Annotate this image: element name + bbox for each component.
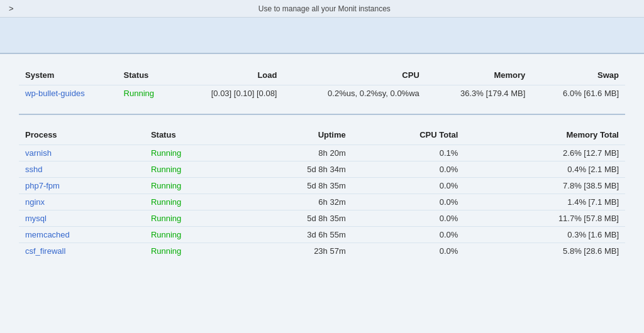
main-content: System Status Load CPU Memory Swap wp-bu… bbox=[0, 54, 644, 283]
process-uptime: 6h 32m bbox=[240, 194, 352, 210]
top-bar: > Use to manage all your Monit instances bbox=[0, 0, 644, 18]
col-cpu-total: CPU Total bbox=[352, 125, 465, 145]
process-table: Process Status Uptime CPU Total Memory T… bbox=[19, 125, 625, 259]
col-memory: Memory bbox=[426, 65, 531, 85]
process-uptime: 5d 8h 35m bbox=[240, 210, 352, 227]
center-message: Use to manage all your Monit instances bbox=[258, 4, 391, 13]
process-status: Running bbox=[145, 243, 240, 259]
system-link[interactable]: wp-bullet-guides bbox=[25, 89, 85, 98]
section-divider bbox=[19, 114, 625, 115]
process-memory: 0.3% [1.6 MB] bbox=[464, 227, 625, 243]
table-row: sshd Running 5d 8h 34m 0.0% 0.4% [2.1 MB… bbox=[19, 161, 625, 178]
process-table-header: Process Status Uptime CPU Total Memory T… bbox=[19, 125, 625, 145]
process-uptime: 23h 57m bbox=[240, 243, 352, 259]
process-name: sshd bbox=[19, 161, 145, 178]
process-memory: 2.6% [12.7 MB] bbox=[464, 145, 625, 161]
process-name: csf_firewall bbox=[19, 243, 145, 259]
process-link[interactable]: memcached bbox=[25, 230, 70, 239]
col-swap: Swap bbox=[531, 65, 625, 85]
process-link[interactable]: sshd bbox=[25, 165, 42, 174]
process-memory: 0.4% [2.1 MB] bbox=[464, 161, 625, 178]
system-cpu: 0.2%us, 0.2%sy, 0.0%wa bbox=[283, 85, 425, 102]
process-name: memcached bbox=[19, 227, 145, 243]
table-row: csf_firewall Running 23h 57m 0.0% 5.8% [… bbox=[19, 243, 625, 259]
col-cpu: CPU bbox=[283, 65, 425, 85]
process-uptime: 5d 8h 35m bbox=[240, 178, 352, 194]
process-memory: 1.4% [7.1 MB] bbox=[464, 194, 625, 210]
process-link[interactable]: php7-fpm bbox=[25, 181, 60, 190]
system-swap: 6.0% [61.6 MB] bbox=[531, 85, 625, 102]
process-cpu: 0.0% bbox=[352, 227, 465, 243]
col-proc-status: Status bbox=[145, 125, 240, 145]
process-name: varnish bbox=[19, 145, 145, 161]
breadcrumb-sep: > bbox=[9, 4, 14, 13]
header-section bbox=[0, 18, 644, 54]
process-cpu: 0.0% bbox=[352, 194, 465, 210]
process-link[interactable]: mysql bbox=[25, 214, 47, 223]
process-uptime: 3d 6h 55m bbox=[240, 227, 352, 243]
table-row: nginx Running 6h 32m 0.0% 1.4% [7.1 MB] bbox=[19, 194, 625, 210]
col-status: Status bbox=[118, 65, 176, 85]
process-cpu: 0.1% bbox=[352, 145, 465, 161]
col-process: Process bbox=[19, 125, 145, 145]
process-cpu: 0.0% bbox=[352, 210, 465, 227]
col-memory-total: Memory Total bbox=[464, 125, 625, 145]
col-system: System bbox=[19, 65, 118, 85]
process-cpu: 0.0% bbox=[352, 178, 465, 194]
col-uptime: Uptime bbox=[240, 125, 352, 145]
system-name: wp-bullet-guides bbox=[19, 85, 118, 102]
process-link[interactable]: nginx bbox=[25, 197, 45, 207]
table-row: varnish Running 8h 20m 0.1% 2.6% [12.7 M… bbox=[19, 145, 625, 161]
table-row: mysql Running 5d 8h 35m 0.0% 11.7% [57.8… bbox=[19, 210, 625, 227]
process-uptime: 5d 8h 34m bbox=[240, 161, 352, 178]
process-name: php7-fpm bbox=[19, 178, 145, 194]
process-status: Running bbox=[145, 210, 240, 227]
process-name: mysql bbox=[19, 210, 145, 227]
table-row: php7-fpm Running 5d 8h 35m 0.0% 7.8% [38… bbox=[19, 178, 625, 194]
table-row: memcached Running 3d 6h 55m 0.0% 0.3% [1… bbox=[19, 227, 625, 243]
system-status: Running bbox=[118, 85, 176, 102]
process-cpu: 0.0% bbox=[352, 243, 465, 259]
process-name: nginx bbox=[19, 194, 145, 210]
process-link[interactable]: varnish bbox=[25, 148, 52, 158]
process-status: Running bbox=[145, 161, 240, 178]
process-status: Running bbox=[145, 227, 240, 243]
system-table: System Status Load CPU Memory Swap wp-bu… bbox=[19, 65, 625, 101]
system-memory: 36.3% [179.4 MB] bbox=[426, 85, 531, 102]
process-uptime: 8h 20m bbox=[240, 145, 352, 161]
col-load: Load bbox=[176, 65, 283, 85]
table-row: wp-bullet-guides Running [0.03] [0.10] [… bbox=[19, 85, 625, 102]
process-memory: 5.8% [28.6 MB] bbox=[464, 243, 625, 259]
system-load: [0.03] [0.10] [0.08] bbox=[176, 85, 283, 102]
process-status: Running bbox=[145, 145, 240, 161]
process-memory: 11.7% [57.8 MB] bbox=[464, 210, 625, 227]
system-table-header: System Status Load CPU Memory Swap bbox=[19, 65, 625, 85]
process-link[interactable]: csf_firewall bbox=[25, 246, 65, 256]
process-status: Running bbox=[145, 194, 240, 210]
process-cpu: 0.0% bbox=[352, 161, 465, 178]
breadcrumb: > bbox=[9, 4, 14, 13]
process-memory: 7.8% [38.5 MB] bbox=[464, 178, 625, 194]
process-status: Running bbox=[145, 178, 240, 194]
